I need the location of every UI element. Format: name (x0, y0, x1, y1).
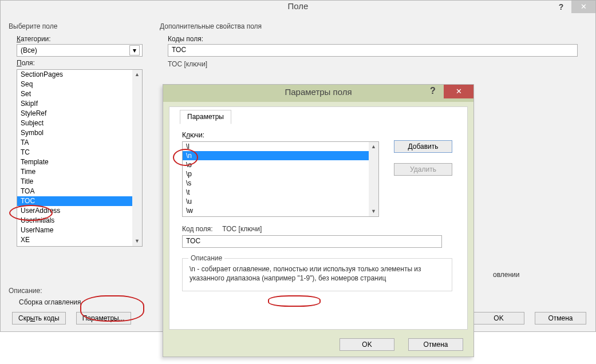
sub-cancel-button[interactable]: Отмена (408, 338, 463, 351)
list-item[interactable]: Subject (17, 118, 132, 128)
switches-label: Ключи: (182, 131, 457, 139)
field-codes-label: Коды поля: (168, 35, 587, 43)
list-item[interactable]: TA (17, 138, 132, 148)
tab-parameters[interactable]: Параметры (180, 110, 231, 124)
categories-select[interactable]: (Все) ▾ (17, 44, 143, 57)
close-icon[interactable]: ✕ (571, 1, 595, 13)
scroll-up-icon[interactable]: ▲ (369, 142, 378, 152)
switch-description: \n - собирает оглавление, полностью или … (190, 264, 445, 283)
tab-strip: Параметры (180, 106, 231, 124)
list-item[interactable]: \l (183, 142, 369, 151)
fields-scrollbar[interactable]: ▲ ▼ (132, 70, 142, 246)
list-item[interactable]: Template (17, 157, 132, 167)
choose-field-label: Выберите поле (9, 22, 147, 30)
side-buttons: Добавить Удалить (394, 140, 452, 176)
list-item[interactable]: UserAddress (17, 206, 132, 216)
list-item[interactable]: \s (183, 179, 369, 188)
help-icon[interactable]: ? (552, 1, 570, 13)
hide-codes-button[interactable]: Скрыть коды (12, 312, 66, 325)
description-text: Сборка оглавления (19, 298, 81, 306)
categories-label: Категории: (17, 35, 147, 43)
switches-scrollbar[interactable]: ▲ ▼ (369, 142, 378, 216)
list-item[interactable]: UserInitials (17, 216, 132, 225)
sub-titlebar: Параметры поля ? ✕ (163, 85, 473, 102)
list-item[interactable]: TOC (17, 196, 132, 206)
list-item[interactable]: Set (17, 89, 132, 99)
add-button[interactable]: Добавить (394, 140, 452, 153)
list-item[interactable]: \p (183, 169, 369, 179)
list-item[interactable]: UserName (17, 225, 132, 235)
options-button[interactable]: Параметры... (76, 312, 131, 325)
field-options-dialog: Параметры поля ? ✕ Параметры Ключи: \l\n… (163, 84, 474, 357)
list-item[interactable]: Title (17, 177, 132, 187)
scroll-up-icon[interactable]: ▲ (132, 70, 142, 80)
switches-listbox[interactable]: \l\n\o\p\s\t\u\w ▲ ▼ (182, 141, 379, 217)
list-item[interactable]: \u (183, 197, 369, 206)
cancel-button[interactable]: Отмена (535, 312, 586, 325)
description-legend: Описание (188, 254, 224, 262)
ok-button[interactable]: OK (473, 312, 524, 325)
left-bottom-buttons: Скрыть коды Параметры... (12, 312, 131, 325)
code-line: Код поля: TOC [ключи] (182, 225, 457, 233)
list-item[interactable]: SkipIf (17, 99, 132, 109)
sub-help-icon[interactable]: ? (423, 85, 443, 98)
fields-label: Поля: (17, 59, 147, 67)
remove-button: Удалить (394, 163, 452, 176)
sub-title: Параметры поля (285, 87, 352, 97)
sub-body: Параметры Ключи: \l\n\o\p\s\t\u\w ▲ ▼ Ко… (169, 106, 468, 330)
adv-props-label: Дополнительные свойства поля (160, 22, 587, 30)
dialog-title: Поле (288, 1, 309, 11)
description-group: Описание \n - собирает оглавление, полно… (182, 258, 452, 291)
list-item[interactable]: TOA (17, 187, 132, 196)
sub-bottom-buttons: OK Отмена (340, 338, 463, 351)
sub-ok-button[interactable]: OK (340, 338, 394, 351)
right-pane: Дополнительные свойства поля Коды поля: … (160, 22, 587, 74)
description-label: Описание: (9, 287, 42, 295)
left-pane: Выберите поле Категории: (Все) ▾ Поля: S… (9, 22, 147, 247)
list-item[interactable]: \n (183, 151, 369, 160)
scroll-down-icon[interactable]: ▼ (132, 236, 142, 246)
field-codes-input[interactable]: TOC (168, 44, 578, 57)
chevron-down-icon[interactable]: ▾ (129, 45, 140, 56)
list-item[interactable]: Seq (17, 80, 132, 89)
code-prefix: Код поля: (182, 225, 212, 233)
list-item[interactable]: XE (17, 235, 132, 245)
list-item[interactable]: Symbol (17, 128, 132, 138)
fields-listbox[interactable]: SectionPagesSeqSetSkipIfStyleRefSubjectS… (17, 69, 143, 247)
sub-close-icon[interactable]: ✕ (444, 85, 473, 98)
list-item[interactable]: \w (183, 206, 369, 215)
main-bottom-buttons: OK Отмена (473, 312, 586, 325)
list-item[interactable]: TC (17, 148, 132, 157)
categories-value: (Все) (21, 46, 37, 54)
list-item[interactable]: \o (183, 160, 369, 169)
list-item[interactable]: SectionPages (17, 70, 132, 80)
code-hint: TOC [ключи] (222, 225, 262, 233)
list-item[interactable]: \t (183, 188, 369, 197)
code-input[interactable]: TOC (182, 235, 442, 248)
list-item[interactable]: Time (17, 167, 132, 177)
field-codes-hint: TOC [ключи] (168, 60, 587, 68)
truncated-text: овлении (493, 271, 519, 279)
scroll-down-icon[interactable]: ▼ (369, 207, 378, 216)
list-item[interactable]: StyleRef (17, 109, 132, 118)
main-titlebar: Поле ? ✕ (1, 1, 595, 15)
